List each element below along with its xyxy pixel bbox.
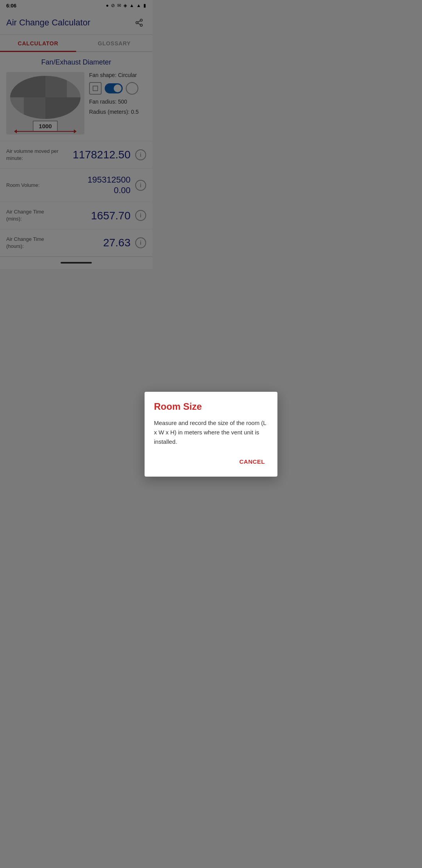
modal-overlay[interactable]: Room Size Measure and record the size of… <box>0 0 152 868</box>
room-size-dialog: Room Size Measure and record the size of… <box>145 392 152 477</box>
